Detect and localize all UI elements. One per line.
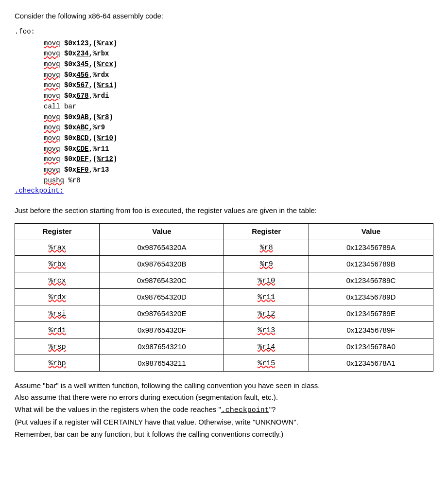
- reg-cell-left: %rsp: [15, 338, 100, 355]
- mnemonic-5: movq: [44, 81, 60, 89]
- table-row: %rdx 0x987654320D %r11 0x123456789D: [15, 288, 433, 305]
- operand-11: $0xCDE,%r11: [64, 145, 109, 153]
- val-cell-left: 0x987654320B: [100, 255, 224, 272]
- operand-1: $0x123,(%rax): [64, 39, 117, 47]
- reg-cell-left: %rdi: [15, 321, 100, 338]
- reg-cell-left: %rbx: [15, 255, 100, 272]
- val-cell-left: 0x987654320D: [100, 288, 224, 305]
- register-table-wrapper: Register Value Register Value %rax 0x987…: [15, 223, 433, 372]
- code-line-14: pushq %r8: [15, 176, 433, 186]
- operand-13: $0xEF0,%r13: [64, 166, 109, 174]
- col-header-val1: Value: [100, 223, 224, 239]
- mnemonic-13: movq: [44, 166, 60, 174]
- col-header-reg2: Register: [224, 223, 309, 239]
- operand-3: $0x345,(%rcx): [64, 60, 117, 68]
- code-line-11: movq $0xCDE,%r11: [15, 144, 433, 155]
- footer-line-3: What will be the values in the registers…: [15, 404, 433, 416]
- operand-7: bar: [64, 103, 76, 110]
- operand-8: $0x9AB,(%r8): [64, 113, 113, 121]
- operand-9: $0xABC,%r9: [64, 124, 105, 131]
- mnemonic-2: movq: [44, 50, 60, 57]
- operand-5: $0x567,(%rsi): [64, 81, 117, 89]
- val-cell-left: 0x987654320F: [100, 321, 224, 338]
- val-cell-left: 0x9876543211: [100, 355, 224, 371]
- mnemonic-10: movq: [44, 134, 60, 142]
- footer-line-5: Remember, bar can be any function, but i…: [15, 429, 433, 440]
- code-line-12: movq $0xDEF,(%r12): [15, 154, 433, 165]
- val-cell-right: 0x123456789F: [309, 321, 433, 338]
- reg-cell-right: %r15: [224, 355, 309, 371]
- val-cell-left: 0x987654320C: [100, 272, 224, 288]
- val-cell-right: 0x123456789C: [309, 272, 433, 288]
- val-cell-left: 0x987654320A: [100, 239, 224, 255]
- code-line-3: movq $0x345,(%rcx): [15, 59, 433, 70]
- table-row: %rcx 0x987654320C %r10 0x123456789C: [15, 272, 433, 288]
- reg-cell-right: %r11: [224, 288, 309, 305]
- code-line-10: movq $0xBCD,(%r10): [15, 133, 433, 144]
- code-line-9: movq $0xABC,%r9: [15, 123, 433, 133]
- mnemonic-3: movq: [44, 60, 60, 68]
- register-table: Register Value Register Value %rax 0x987…: [15, 223, 433, 372]
- code-line-5: movq $0x567,(%rsi): [15, 80, 433, 91]
- reg-cell-left: %rdx: [15, 288, 100, 305]
- operand-2: $0x234,%rbx: [64, 50, 109, 57]
- operand-10: $0xBCD,(%r10): [64, 134, 117, 142]
- footer-section: Assume "bar" is a well written function,…: [15, 380, 433, 440]
- code-line-8: movq $0x9AB,(%r8): [15, 112, 433, 123]
- mnemonic-11: movq: [44, 145, 60, 153]
- code-line-4: movq $0x456,%rdx: [15, 70, 433, 81]
- reg-cell-right: %r13: [224, 321, 309, 338]
- code-line-1: movq $0x123,(%rax): [15, 38, 433, 49]
- intro-text: Consider the following x86-64 assembly c…: [15, 12, 433, 20]
- val-cell-right: 0x123456789D: [309, 288, 433, 305]
- table-intro: Just before the section starting from fo…: [15, 205, 433, 216]
- mnemonic-12: movq: [44, 155, 60, 163]
- table-row: %rsp 0x9876543210 %r14 0x12345678A0: [15, 338, 433, 355]
- val-cell-right: 0x12345678A1: [309, 355, 433, 371]
- reg-cell-right: %r12: [224, 305, 309, 321]
- reg-cell-right: %r8: [224, 239, 309, 255]
- mnemonic-9: movq: [44, 124, 60, 131]
- foo-label: .foo:: [15, 27, 433, 37]
- val-cell-right: 0x123456789A: [309, 239, 433, 255]
- val-cell-right: 0x123456789B: [309, 255, 433, 272]
- col-header-reg1: Register: [15, 223, 100, 239]
- operand-12: $0xDEF,(%r12): [64, 155, 117, 163]
- mnemonic-6: movq: [44, 92, 60, 100]
- table-row: %rax 0x987654320A %r8 0x123456789A: [15, 239, 433, 255]
- table-row: %rbx 0x987654320B %r9 0x123456789B: [15, 255, 433, 272]
- mnemonic-4: movq: [44, 71, 60, 79]
- table-row: %rdi 0x987654320F %r13 0x123456789F: [15, 321, 433, 338]
- code-line-7: call bar: [15, 102, 433, 112]
- mnemonic-8: movq: [44, 113, 60, 121]
- operand-4: $0x456,%rdx: [64, 71, 109, 79]
- val-cell-left: 0x987654320E: [100, 305, 224, 321]
- footer-line-4: (Put values if a register will CERTAINLY…: [15, 417, 433, 428]
- val-cell-left: 0x9876543210: [100, 338, 224, 355]
- reg-cell-left: %rcx: [15, 272, 100, 288]
- reg-cell-left: %rbp: [15, 355, 100, 371]
- reg-cell-right: %r10: [224, 272, 309, 288]
- code-line-6: movq $0x678,%rdi: [15, 91, 433, 102]
- reg-cell-left: %rsi: [15, 305, 100, 321]
- table-row: %rsi 0x987654320E %r12 0x123456789E: [15, 305, 433, 321]
- reg-cell-right: %r9: [224, 255, 309, 272]
- code-line-2: movq $0x234,%rbx: [15, 49, 433, 59]
- mnemonic-7: call: [44, 103, 60, 110]
- footer-line-2: Also assume that there were no errors du…: [15, 392, 433, 403]
- mnemonic-14: pushq: [44, 177, 64, 184]
- checkpoint-label: .checkpoint:: [15, 186, 433, 196]
- footer-line-1: Assume "bar" is a well written function,…: [15, 380, 433, 391]
- code-block: .foo: movq $0x123,(%rax) movq $0x234,%rb…: [15, 27, 433, 196]
- table-header-row: Register Value Register Value: [15, 223, 433, 239]
- reg-cell-left: %rax: [15, 239, 100, 255]
- operand-6: $0x678,%rdi: [64, 92, 109, 100]
- val-cell-right: 0x12345678A0: [309, 338, 433, 355]
- operand-14: %r8: [68, 177, 80, 184]
- table-row: %rbp 0x9876543211 %r15 0x12345678A1: [15, 355, 433, 371]
- code-line-13: movq $0xEF0,%r13: [15, 165, 433, 176]
- val-cell-right: 0x123456789E: [309, 305, 433, 321]
- mnemonic-1: movq: [44, 39, 60, 47]
- col-header-val2: Value: [309, 223, 433, 239]
- reg-cell-right: %r14: [224, 338, 309, 355]
